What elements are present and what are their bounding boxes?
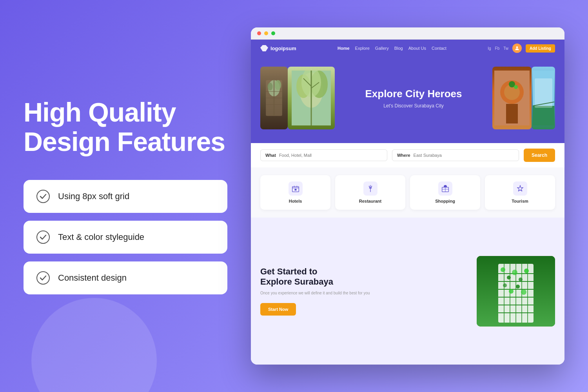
- feature-item-grid: Using 8px soft grid: [24, 180, 227, 213]
- search-button[interactable]: Search: [524, 149, 555, 162]
- hero-right-image: [492, 67, 532, 129]
- nav-link-home[interactable]: Home: [338, 46, 350, 51]
- svg-point-57: [516, 285, 520, 289]
- hero-heading: Explore City Heroes: [343, 88, 485, 100]
- nav-link-contact[interactable]: Contact: [432, 46, 446, 51]
- categories-section: Hotels Restaurant: [251, 167, 564, 218]
- search-section: What Where Search: [251, 143, 564, 167]
- svg-point-2: [37, 272, 49, 284]
- check-icon-color: [36, 230, 50, 244]
- chrome-dot-minimize[interactable]: [264, 31, 268, 35]
- nav-right: Ig Fb Tw Add Listing: [488, 44, 555, 53]
- category-card-tourism[interactable]: Tourism: [485, 175, 555, 210]
- category-card-hotels[interactable]: Hotels: [260, 175, 330, 210]
- feature-item-color: Text & color styleguide: [24, 221, 227, 254]
- what-label: What: [265, 153, 276, 158]
- feature-item-consistent: Consistent design: [24, 261, 227, 294]
- tourism-label: Tourism: [512, 199, 528, 203]
- start-now-button[interactable]: Start Now: [260, 303, 296, 316]
- restaurant-label: Restaurant: [359, 199, 381, 203]
- nav-avatar[interactable]: [512, 44, 522, 53]
- hero-section: Explore City Heroes Let's Discover Surab…: [251, 57, 564, 143]
- nav-link-gallery[interactable]: Gallery: [375, 46, 389, 51]
- get-started-image-inner: [477, 256, 555, 327]
- feature-text-grid: Using 8px soft grid: [58, 191, 129, 201]
- svg-point-25: [514, 85, 518, 89]
- svg-rect-27: [533, 106, 554, 125]
- shopping-icon: [438, 181, 452, 196]
- shopping-label: Shopping: [435, 199, 455, 203]
- restaurant-icon: [363, 181, 377, 196]
- nav-link-blog[interactable]: Blog: [394, 46, 403, 51]
- svg-point-53: [519, 278, 523, 281]
- svg-point-11: [275, 80, 281, 90]
- browser-chrome: [251, 27, 564, 40]
- svg-point-56: [509, 289, 514, 294]
- get-started-description: Once you experience we will define it an…: [260, 291, 467, 295]
- get-started-text: Get Started to Explore Surabaya Once you…: [260, 267, 467, 316]
- get-started-section: Get Started to Explore Surabaya Once you…: [251, 218, 564, 365]
- svg-rect-23: [506, 104, 518, 123]
- chrome-dot-maximize[interactable]: [271, 31, 275, 35]
- hero-far-right-image-inner: [532, 67, 555, 129]
- nav-logo: logoipsum: [260, 45, 296, 51]
- chrome-dot-close[interactable]: [257, 31, 261, 35]
- svg-point-1: [37, 231, 49, 243]
- nav-social-fb[interactable]: Fb: [495, 46, 500, 51]
- what-input[interactable]: [279, 153, 382, 158]
- feature-text-color: Text & color styleguide: [58, 232, 144, 242]
- check-icon-grid: [36, 189, 50, 203]
- where-search-field: Where: [392, 149, 519, 161]
- nav-links: Home Explore Gallery Blog About Us Conta…: [338, 46, 446, 51]
- hotels-icon: [289, 181, 303, 196]
- nav-social-tw[interactable]: Tw: [503, 46, 508, 51]
- svg-point-10: [267, 83, 272, 91]
- tourism-icon: [513, 181, 527, 196]
- hero-title: High Quality Design Features: [24, 98, 227, 156]
- what-search-field: What: [260, 149, 387, 161]
- hero-right-image-inner: [492, 67, 532, 129]
- left-panel: High Quality Design Features Using 8px s…: [24, 82, 227, 310]
- navbar: logoipsum Home Explore Gallery Blog Abou…: [251, 40, 564, 57]
- svg-point-51: [507, 276, 511, 279]
- feature-text-consistent: Consistent design: [58, 273, 127, 283]
- svg-point-3: [516, 46, 518, 48]
- hero-center-image-inner: [288, 67, 335, 129]
- feature-list: Using 8px soft grid Text & color stylegu…: [24, 180, 227, 294]
- add-listing-button[interactable]: Add Listing: [526, 44, 555, 53]
- svg-point-0: [37, 190, 49, 203]
- where-label: Where: [397, 153, 410, 158]
- hero-center-image: [288, 67, 335, 129]
- svg-point-50: [501, 267, 505, 272]
- where-input[interactable]: [414, 153, 514, 158]
- main-container: High Quality Design Features Using 8px s…: [24, 24, 564, 368]
- svg-rect-28: [535, 78, 552, 108]
- nav-link-explore[interactable]: Explore: [355, 46, 370, 51]
- svg-point-58: [521, 289, 526, 295]
- website-content: logoipsum Home Explore Gallery Blog Abou…: [251, 40, 564, 365]
- browser-mockup: logoipsum Home Explore Gallery Blog Abou…: [251, 27, 564, 365]
- hero-subtitle: Let's Discover Surabaya City: [343, 103, 485, 109]
- hero-text: Explore City Heroes Let's Discover Surab…: [335, 88, 492, 109]
- hero-far-right-image: [532, 67, 555, 129]
- category-card-restaurant[interactable]: Restaurant: [335, 175, 405, 210]
- svg-point-52: [512, 270, 517, 275]
- hero-side-image: [260, 67, 288, 129]
- get-started-title: Get Started to Explore Surabaya: [260, 267, 467, 287]
- get-started-image: [477, 256, 555, 327]
- svg-rect-31: [294, 189, 296, 191]
- svg-point-55: [503, 283, 507, 287]
- logo-text: logoipsum: [270, 45, 296, 51]
- hero-side-image-inner: [260, 67, 288, 129]
- category-card-shopping[interactable]: Shopping: [410, 175, 480, 210]
- check-icon-consistent: [36, 271, 50, 285]
- nav-link-about[interactable]: About Us: [408, 46, 426, 51]
- nav-social-ig[interactable]: Ig: [488, 46, 491, 51]
- hotels-label: Hotels: [289, 199, 302, 203]
- svg-point-54: [524, 269, 529, 273]
- logo-icon: [260, 45, 268, 51]
